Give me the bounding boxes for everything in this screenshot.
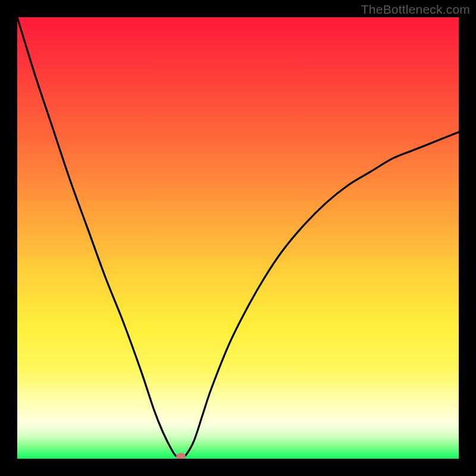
- plot-area: [17, 17, 459, 459]
- optimum-marker: [176, 453, 186, 459]
- chart-frame: TheBottleneck.com: [0, 0, 476, 476]
- watermark-text: TheBottleneck.com: [361, 2, 470, 17]
- bottleneck-curve: [17, 17, 459, 459]
